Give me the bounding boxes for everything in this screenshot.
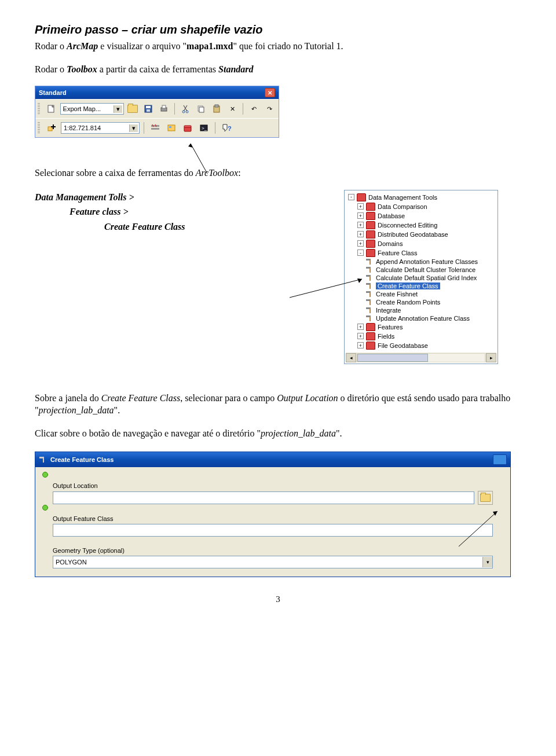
svg-rect-5 bbox=[162, 105, 166, 108]
page-heading: Primeiro passo – criar um shapefile vazi… bbox=[35, 23, 521, 36]
minimize-icon[interactable] bbox=[493, 454, 507, 465]
export-map-combo[interactable]: Export Map... ▾ bbox=[60, 103, 124, 115]
paragraph-4: Sobre a janela do Create Feature Class, … bbox=[35, 392, 521, 417]
plus-icon[interactable]: + bbox=[357, 231, 364, 237]
hammer-icon bbox=[365, 299, 374, 306]
output-feature-class-input[interactable] bbox=[53, 524, 493, 537]
svg-rect-3 bbox=[147, 109, 150, 112]
toolbar-title: Standard bbox=[39, 89, 67, 96]
svg-text:?: ? bbox=[228, 125, 231, 132]
toolbox-icon bbox=[366, 332, 375, 340]
svg-rect-32 bbox=[370, 292, 371, 297]
close-icon[interactable]: ✕ bbox=[265, 88, 275, 97]
svg-rect-28 bbox=[370, 276, 371, 281]
whats-this-icon[interactable]: ? bbox=[220, 121, 233, 135]
minus-icon[interactable]: - bbox=[348, 194, 354, 200]
toolbox-icon bbox=[366, 342, 375, 350]
toolbox-icon bbox=[366, 230, 375, 238]
arctoolbox-icon[interactable] bbox=[181, 121, 195, 135]
plus-icon[interactable]: + bbox=[357, 342, 364, 348]
tree-item[interactable]: Disconnected Editing bbox=[378, 222, 437, 229]
svg-rect-2 bbox=[146, 106, 151, 108]
command-line-icon[interactable]: >_ bbox=[197, 121, 211, 135]
dialog-title: Create Feature Class bbox=[50, 456, 114, 463]
minus-icon[interactable]: - bbox=[357, 249, 364, 256]
toolbox-icon bbox=[366, 212, 375, 220]
chevron-down-icon: ▾ bbox=[482, 557, 492, 567]
tool-item[interactable]: Create Fishnet bbox=[376, 291, 418, 298]
tree-item[interactable]: Feature Class bbox=[378, 249, 417, 256]
create-feature-class-dialog: Create Feature Class Output Location Out… bbox=[35, 452, 511, 577]
plus-icon[interactable]: + bbox=[357, 324, 364, 330]
tool-item[interactable]: Create Random Points bbox=[376, 299, 440, 306]
svg-rect-30 bbox=[370, 284, 371, 289]
required-bullet-icon bbox=[42, 472, 48, 478]
tool-item-selected[interactable]: Create Feature Class bbox=[376, 282, 440, 289]
delete-icon[interactable]: ✕ bbox=[226, 102, 239, 116]
tree-item[interactable]: Distributed Geodatabase bbox=[378, 231, 448, 238]
cut-icon[interactable] bbox=[179, 102, 192, 116]
svg-rect-41 bbox=[43, 458, 44, 463]
toolbox-icon bbox=[366, 323, 375, 331]
plus-icon[interactable]: + bbox=[357, 203, 364, 210]
print-icon[interactable] bbox=[157, 102, 170, 116]
browse-button[interactable] bbox=[478, 491, 493, 505]
redo-icon[interactable]: ↷ bbox=[263, 102, 276, 116]
copy-icon[interactable] bbox=[195, 102, 208, 116]
hammer-icon bbox=[39, 456, 47, 463]
plus-icon[interactable]: + bbox=[357, 240, 364, 247]
plus-icon[interactable]: + bbox=[357, 333, 364, 339]
plus-icon[interactable]: + bbox=[357, 212, 364, 219]
page-number: 3 bbox=[35, 594, 521, 604]
path-line-1: Data Management Tolls > bbox=[35, 192, 134, 202]
paragraph-1: Rodar o ArcMap e visualizar o arquivo "m… bbox=[35, 40, 521, 53]
undo-icon[interactable]: ↶ bbox=[247, 102, 261, 116]
tree-item[interactable]: Domains bbox=[378, 240, 403, 247]
svg-rect-36 bbox=[370, 309, 371, 313]
add-data-icon[interactable] bbox=[45, 121, 58, 135]
path-line-3: Create Feature Class bbox=[104, 222, 185, 232]
tool-item[interactable]: Append Annotation Feature Classes bbox=[376, 258, 478, 265]
required-bullet-icon bbox=[42, 505, 48, 511]
geometry-type-select[interactable]: POLYGON ▾ bbox=[53, 556, 493, 568]
paste-icon[interactable] bbox=[210, 102, 224, 116]
new-doc-icon[interactable] bbox=[45, 102, 58, 116]
output-location-input[interactable] bbox=[53, 491, 474, 504]
hammer-icon bbox=[365, 315, 374, 322]
path-line-2: Feature class > bbox=[70, 207, 129, 216]
svg-rect-9 bbox=[199, 107, 204, 112]
svg-line-22 bbox=[191, 144, 207, 174]
svg-rect-38 bbox=[370, 317, 371, 321]
tree-item[interactable]: File Geodatabase bbox=[378, 342, 428, 349]
tool-item[interactable]: Integrate bbox=[376, 307, 401, 314]
svg-rect-16 bbox=[169, 126, 171, 128]
toolbox-icon bbox=[366, 203, 375, 211]
geometry-type-field: Geometry Type (optional) POLYGON ▾ bbox=[53, 547, 493, 568]
toolbar-titlebar: Standard ✕ bbox=[35, 86, 279, 99]
tree-item[interactable]: Database bbox=[378, 212, 405, 219]
svg-line-39 bbox=[290, 279, 362, 298]
tree-item[interactable]: Data Comparison bbox=[378, 203, 427, 210]
tool-item[interactable]: Calculate Default Spatial Grid Index bbox=[376, 274, 477, 281]
output-feature-class-field: Output Feature Class bbox=[53, 515, 493, 537]
tree-item[interactable]: Features bbox=[378, 324, 403, 331]
tool-item[interactable]: Calculate Default Cluster Tolerance bbox=[376, 266, 475, 273]
toolbox-icon bbox=[366, 221, 375, 229]
scroll-right-icon[interactable]: ▸ bbox=[486, 353, 496, 362]
plus-icon[interactable]: + bbox=[357, 222, 364, 228]
svg-rect-14 bbox=[151, 128, 159, 130]
standard-toolbar-window: Standard ✕ Export Map... ▾ ✕ ↶ ↷ bbox=[35, 86, 279, 138]
editor-toolbar-icon[interactable] bbox=[148, 121, 162, 135]
tree-item[interactable]: Fields bbox=[378, 333, 394, 340]
save-icon[interactable] bbox=[142, 102, 155, 116]
scale-combo[interactable]: 1:82.721.814 ▾ bbox=[61, 122, 140, 134]
dialog-titlebar: Create Feature Class bbox=[35, 452, 510, 467]
hammer-icon bbox=[365, 258, 374, 265]
svg-rect-11 bbox=[215, 105, 218, 107]
arccatalog-icon[interactable] bbox=[164, 121, 178, 135]
paragraph-3: Selecionar sobre a caixa de ferramentas … bbox=[35, 167, 521, 179]
open-icon[interactable] bbox=[126, 102, 140, 116]
tool-item[interactable]: Update Annotation Feature Class bbox=[376, 315, 470, 322]
tree-root[interactable]: Data Management Tools bbox=[368, 194, 437, 201]
scroll-left-icon[interactable]: ◂ bbox=[346, 353, 356, 362]
